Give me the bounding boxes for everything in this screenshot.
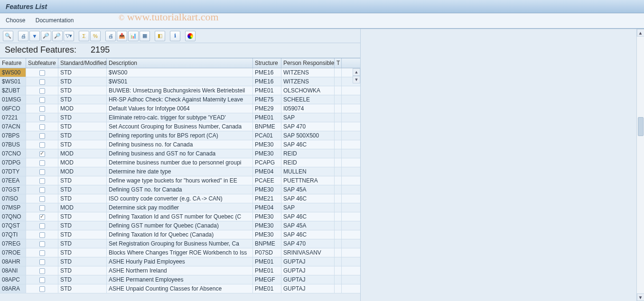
selectall-icon[interactable]: ◧ (155, 31, 165, 41)
th-feature[interactable]: Feature (0, 58, 26, 68)
cell-subfeature[interactable] (26, 203, 58, 212)
cell-feature[interactable]: 08AHR (0, 257, 26, 266)
cell-feature[interactable]: 07QST (0, 221, 26, 230)
table-row[interactable]: 07QNOSTDDefining Taxation Id and GST num… (0, 212, 360, 221)
scroll-track[interactable] (638, 36, 644, 293)
subfeature-checkbox[interactable] (39, 97, 45, 103)
cell-feature[interactable]: 07ISO (0, 194, 26, 203)
cell-subfeature[interactable] (26, 221, 58, 230)
details-icon[interactable]: 🔍 (3, 31, 13, 41)
info-icon[interactable]: ℹ (170, 31, 180, 41)
subfeature-checkbox[interactable] (39, 241, 45, 247)
table-row[interactable]: 07BUSSTDDefining business no. for Canada… (0, 140, 360, 149)
right-scrollbar[interactable]: ▲ ▼ (636, 29, 644, 301)
menu-choose[interactable]: Choose (6, 17, 25, 24)
subfeature-checkbox[interactable] (39, 187, 45, 193)
scroll-down-icon[interactable]: ▼ (637, 293, 644, 301)
table-row[interactable]: 07BPSSTDDefining reporting units for BPS… (0, 131, 360, 140)
cell-subfeature[interactable] (26, 185, 58, 194)
table-row[interactable]: 07QSTSTDDefining GST number for Quebec (… (0, 221, 360, 230)
cell-subfeature[interactable] (26, 131, 58, 140)
th-t[interactable]: T (335, 58, 342, 68)
table-row[interactable]: 06FCOMODDefault Values for Infotype 0064… (0, 104, 360, 113)
table-row[interactable]: 07QTISTDDefining Taxation Id for Quebec … (0, 230, 360, 239)
subfeature-checkbox[interactable] (39, 259, 45, 265)
th-subfeature[interactable]: Subfeature (26, 58, 58, 68)
cell-feature[interactable]: 07ACN (0, 122, 26, 131)
table-row[interactable]: $WS01STD$WS01PME16WITZENS (0, 77, 360, 86)
cell-feature[interactable]: 07CNO (0, 149, 26, 158)
cell-subfeature[interactable] (26, 239, 58, 248)
subfeature-checkbox[interactable] (39, 169, 45, 175)
subfeature-checkbox[interactable] (39, 178, 45, 184)
cell-subfeature[interactable] (26, 167, 58, 176)
table-row[interactable]: 07GSTSTDDefining GST no. for CanadaPME30… (0, 185, 360, 194)
table-row[interactable]: 07DPGMODDetermine business number due to… (0, 158, 360, 167)
print2-icon[interactable]: 🖨 (105, 31, 116, 41)
cell-feature[interactable]: 07BUS (0, 140, 26, 149)
cell-subfeature[interactable] (26, 194, 58, 203)
table-row[interactable]: 08ARASTDASHE Unpaid Counting Classes for… (0, 284, 360, 293)
scroll-down-icon[interactable]: ▼ (353, 76, 360, 83)
table-row[interactable]: 08APCSTDASHE Permanent EmployeesPMEGFGUP… (0, 275, 360, 284)
cell-feature[interactable]: 07QTI (0, 230, 26, 239)
cell-subfeature[interactable] (26, 266, 58, 275)
subfeature-checkbox[interactable] (39, 70, 45, 76)
cell-subfeature[interactable] (26, 140, 58, 149)
cell-subfeature[interactable] (26, 95, 58, 104)
cell-subfeature[interactable] (26, 284, 58, 293)
cell-subfeature[interactable] (26, 212, 58, 221)
cell-subfeature[interactable] (26, 176, 58, 185)
cell-feature[interactable]: 07GST (0, 185, 26, 194)
th-stdmod[interactable]: Standard/Modified (58, 58, 107, 68)
table-row[interactable]: 07CNOMODDefining business and GST no for… (0, 149, 360, 158)
cell-subfeature[interactable] (26, 86, 58, 95)
th-person[interactable]: Person Responsible (281, 58, 335, 68)
subfeature-checkbox[interactable] (39, 124, 45, 130)
cell-feature[interactable]: $WS00 (0, 68, 26, 77)
cell-subfeature[interactable] (26, 113, 58, 122)
subfeature-checkbox[interactable] (39, 268, 45, 274)
subfeature-checkbox[interactable] (39, 79, 45, 85)
cell-subfeature[interactable] (26, 122, 58, 131)
table-row[interactable]: 07DTYMODDetermine hire date typePME04MUL… (0, 167, 360, 176)
table-scrollbar[interactable]: ▲ ▼ (353, 68, 360, 83)
cell-feature[interactable]: 07ROE (0, 248, 26, 257)
cell-subfeature[interactable] (26, 275, 58, 284)
cell-subfeature[interactable] (26, 104, 58, 113)
scroll-up-icon[interactable]: ▲ (637, 29, 644, 36)
table-row[interactable]: 07ACNSTDSet Account Grouping for Busines… (0, 122, 360, 131)
cell-feature[interactable]: 08ARA (0, 284, 26, 293)
table-row[interactable]: 07ROESTDBlocks Where Changes Trigger ROE… (0, 248, 360, 257)
subfeature-checkbox[interactable] (39, 250, 45, 256)
table-row[interactable]: 01MSGSTDHR-SP Adhoc Check: Check Against… (0, 95, 360, 104)
export-icon[interactable]: 📤 (117, 31, 127, 41)
cell-feature[interactable]: 07MSP (0, 203, 26, 212)
subfeature-checkbox[interactable] (39, 214, 45, 220)
cell-subfeature[interactable] (26, 68, 58, 77)
scroll-thumb[interactable] (638, 117, 644, 136)
subfeature-checkbox[interactable] (39, 160, 45, 166)
subfeature-checkbox[interactable] (39, 133, 45, 139)
table-row[interactable]: 07EEASTDDefine wage type buckets for "ho… (0, 176, 360, 185)
find-icon[interactable]: 🔎 (41, 31, 51, 41)
filter-icon[interactable]: ▼ (29, 31, 40, 41)
table-row[interactable]: 07221STDEliminate retro-calc. trigger fo… (0, 113, 360, 122)
table-row[interactable]: 07ISOSTDISO country code converter (e.g.… (0, 194, 360, 203)
subfeature-checkbox[interactable] (39, 151, 45, 157)
cell-feature[interactable]: 07EEA (0, 176, 26, 185)
cell-subfeature[interactable] (26, 248, 58, 257)
subfeature-checkbox[interactable] (39, 142, 45, 148)
cell-feature[interactable]: 07QNO (0, 212, 26, 221)
cell-subfeature[interactable] (26, 77, 58, 86)
legend-icon[interactable] (185, 31, 196, 41)
layout-icon[interactable]: ▦ (140, 31, 150, 41)
scroll-up-icon[interactable]: ▲ (353, 68, 360, 76)
cell-feature[interactable]: 07221 (0, 113, 26, 122)
cell-feature[interactable]: 01MSG (0, 95, 26, 104)
cell-feature[interactable]: 08APC (0, 275, 26, 284)
cell-feature[interactable]: 07DPG (0, 158, 26, 167)
menu-documentation[interactable]: Documentation (36, 17, 74, 24)
find-next-icon[interactable]: 🔎 (52, 31, 63, 41)
sum-icon[interactable]: Σ (79, 31, 89, 41)
